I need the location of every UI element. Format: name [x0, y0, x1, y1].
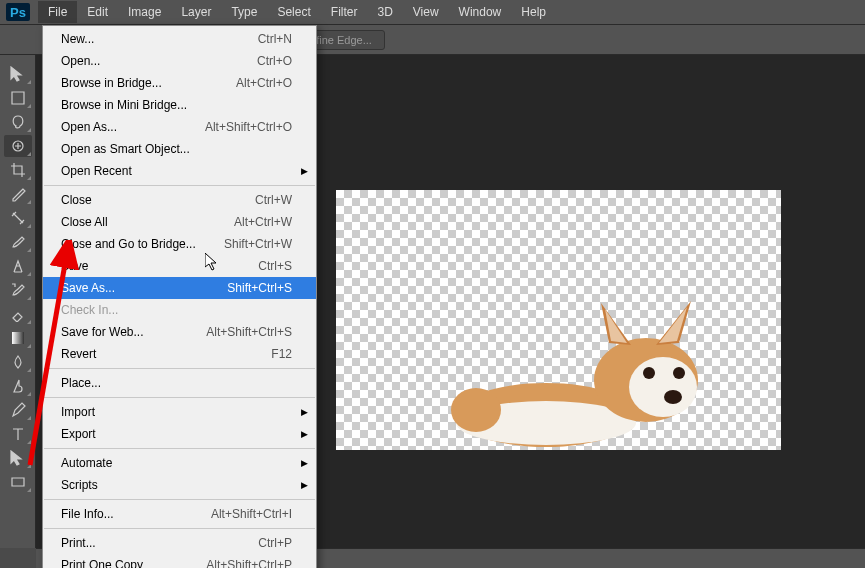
menuitem-shortcut: Alt+Shift+Ctrl+I [211, 506, 292, 522]
tool-eyedropper[interactable] [4, 183, 32, 205]
tool-rect-marquee[interactable] [4, 87, 32, 109]
menuitem-save-as[interactable]: Save As...Shift+Ctrl+S [43, 277, 316, 299]
menuitem-browse-in-mini-bridge[interactable]: Browse in Mini Bridge... [43, 94, 316, 116]
menuitem-label: Open As... [61, 119, 117, 135]
svg-point-4 [643, 367, 655, 379]
svg-point-6 [664, 390, 682, 404]
menuitem-label: Close [61, 192, 92, 208]
menu-help[interactable]: Help [511, 1, 556, 23]
menu-separator [44, 528, 315, 529]
menuitem-shortcut: Alt+Shift+Ctrl+S [206, 324, 292, 340]
menu-3d[interactable]: 3D [367, 1, 402, 23]
menu-filter[interactable]: Filter [321, 1, 368, 23]
menuitem-shortcut: Shift+Ctrl+S [227, 280, 292, 296]
menubar: Ps FileEditImageLayerTypeSelectFilter3DV… [0, 0, 865, 25]
menuitem-new[interactable]: New...Ctrl+N [43, 28, 316, 50]
menuitem-open-as-smart-object[interactable]: Open as Smart Object... [43, 138, 316, 160]
tool-eraser[interactable] [4, 303, 32, 325]
menuitem-shortcut: Ctrl+W [255, 192, 292, 208]
menuitem-shortcut: F12 [271, 346, 292, 362]
tool-pen[interactable] [4, 399, 32, 421]
menuitem-open-as[interactable]: Open As...Alt+Shift+Ctrl+O [43, 116, 316, 138]
tool-quick-selection[interactable] [4, 135, 32, 157]
toolbox [0, 55, 36, 548]
tool-blur[interactable] [4, 351, 32, 373]
submenu-arrow-icon: ▶ [301, 455, 308, 471]
menuitem-revert[interactable]: RevertF12 [43, 343, 316, 365]
svg-point-7 [451, 388, 501, 432]
menuitem-close-and-go-to-bridge[interactable]: Close and Go to Bridge...Shift+Ctrl+W [43, 233, 316, 255]
menuitem-print-one-copy[interactable]: Print One CopyAlt+Shift+Ctrl+P [43, 554, 316, 568]
menuitem-label: Save As... [61, 280, 115, 296]
menu-layer[interactable]: Layer [171, 1, 221, 23]
menu-type[interactable]: Type [221, 1, 267, 23]
menuitem-label: Open Recent [61, 163, 132, 179]
file-menu-dropdown: New...Ctrl+NOpen...Ctrl+OBrowse in Bridg… [42, 25, 317, 568]
menuitem-label: Close and Go to Bridge... [61, 236, 196, 252]
tool-brush[interactable] [4, 231, 32, 253]
app-logo: Ps [6, 3, 30, 21]
document-canvas[interactable] [336, 190, 781, 450]
menuitem-label: Save [61, 258, 88, 274]
svg-point-5 [673, 367, 685, 379]
tool-path-select[interactable] [4, 447, 32, 469]
menuitem-label: Browse in Mini Bridge... [61, 97, 187, 113]
menuitem-shortcut: Alt+Ctrl+O [236, 75, 292, 91]
menu-view[interactable]: View [403, 1, 449, 23]
menuitem-shortcut: Ctrl+O [257, 53, 292, 69]
menu-separator [44, 397, 315, 398]
submenu-arrow-icon: ▶ [301, 477, 308, 493]
menu-image[interactable]: Image [118, 1, 171, 23]
tool-rectangle[interactable] [4, 471, 32, 493]
menuitem-import[interactable]: Import▶ [43, 401, 316, 423]
menuitem-label: Print... [61, 535, 96, 551]
menu-window[interactable]: Window [449, 1, 512, 23]
submenu-arrow-icon: ▶ [301, 426, 308, 442]
menuitem-open[interactable]: Open...Ctrl+O [43, 50, 316, 72]
tool-clone[interactable] [4, 255, 32, 277]
menuitem-label: Place... [61, 375, 101, 391]
menuitem-open-recent[interactable]: Open Recent▶ [43, 160, 316, 182]
tool-healing[interactable] [4, 207, 32, 229]
menuitem-check-in: Check In... [43, 299, 316, 321]
menuitem-close[interactable]: CloseCtrl+W [43, 189, 316, 211]
menuitem-save[interactable]: SaveCtrl+S [43, 255, 316, 277]
menuitem-print[interactable]: Print...Ctrl+P [43, 532, 316, 554]
menu-file[interactable]: File [38, 1, 77, 23]
menuitem-shortcut: Ctrl+N [258, 31, 292, 47]
menuitem-label: Check In... [61, 302, 118, 318]
tool-crop[interactable] [4, 159, 32, 181]
menuitem-scripts[interactable]: Scripts▶ [43, 474, 316, 496]
menuitem-label: Import [61, 404, 95, 420]
menu-separator [44, 448, 315, 449]
menuitem-label: New... [61, 31, 94, 47]
menuitem-label: Automate [61, 455, 112, 471]
submenu-arrow-icon: ▶ [301, 404, 308, 420]
menuitem-label: Browse in Bridge... [61, 75, 162, 91]
menuitem-shortcut: Ctrl+P [258, 535, 292, 551]
menuitem-file-info[interactable]: File Info...Alt+Shift+Ctrl+I [43, 503, 316, 525]
menuitem-place[interactable]: Place... [43, 372, 316, 394]
dog-image [451, 295, 711, 450]
menuitem-shortcut: Ctrl+S [258, 258, 292, 274]
menuitem-automate[interactable]: Automate▶ [43, 452, 316, 474]
menu-select[interactable]: Select [267, 1, 320, 23]
menuitem-browse-in-bridge[interactable]: Browse in Bridge...Alt+Ctrl+O [43, 72, 316, 94]
menuitem-label: File Info... [61, 506, 114, 522]
menuitem-label: Open... [61, 53, 100, 69]
tool-gradient[interactable] [4, 327, 32, 349]
menuitem-label: Revert [61, 346, 96, 362]
tool-lasso[interactable] [4, 111, 32, 133]
menu-edit[interactable]: Edit [77, 1, 118, 23]
menuitem-label: Print One Copy [61, 557, 143, 568]
tool-history-brush[interactable] [4, 279, 32, 301]
tool-type[interactable] [4, 423, 32, 445]
menuitem-label: Export [61, 426, 96, 442]
submenu-arrow-icon: ▶ [301, 163, 308, 179]
menuitem-save-for-web[interactable]: Save for Web...Alt+Shift+Ctrl+S [43, 321, 316, 343]
tool-move[interactable] [4, 63, 32, 85]
menuitem-export[interactable]: Export▶ [43, 423, 316, 445]
menuitem-close-all[interactable]: Close AllAlt+Ctrl+W [43, 211, 316, 233]
menu-separator [44, 499, 315, 500]
tool-dodge[interactable] [4, 375, 32, 397]
